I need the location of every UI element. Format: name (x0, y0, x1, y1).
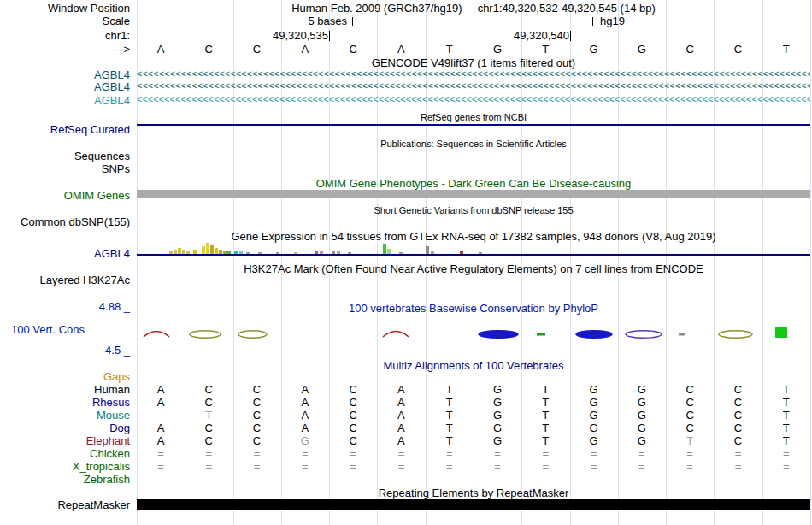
gtex-bar[interactable] (178, 248, 181, 254)
scale-value: 5 bases (137, 15, 347, 27)
base-letter: A (377, 43, 425, 56)
gtex-track-label[interactable]: AGBL4 (0, 247, 130, 260)
conservation-glyph (479, 331, 518, 338)
gtex-bar[interactable] (206, 243, 209, 254)
dbsnp-track-label[interactable]: Common dbSNP(155) (0, 215, 130, 228)
alignment-letter: C (666, 396, 714, 409)
multiz-species-label[interactable]: Rhesus (0, 396, 130, 409)
refseq-gene-line[interactable] (137, 124, 810, 126)
base-letter: C (185, 43, 232, 56)
repeatmasker-track-label[interactable]: RepeatMasker (0, 498, 130, 511)
alignment-letter: A (281, 383, 329, 396)
alignment-letter: G (570, 383, 618, 396)
conservation-glyph (719, 331, 752, 338)
gencode-transcript[interactable]: <<<<<<<<<<<<<<<<<<<<<<<<<<<<<<<<<<<<<<<<… (137, 80, 810, 91)
gencode-transcript[interactable]: <<<<<<<<<<<<<<<<<<<<<<<<<<<<<<<<<<<<<<<<… (137, 94, 810, 105)
alignment-letter: = (762, 447, 810, 460)
alignment-letter: = (281, 447, 329, 460)
alignment-letter: A (377, 396, 425, 409)
multiz-header: Multiz Alignments of 100 Vertebrates (137, 359, 810, 372)
base-letter: A (281, 43, 329, 56)
alignment-letter: T (426, 396, 474, 409)
strand-label: ---> (0, 43, 130, 56)
alignment-letter: C (185, 383, 232, 396)
alignment-letter: A (377, 383, 425, 396)
scale-bar (352, 17, 593, 26)
gtex-bar[interactable] (426, 246, 429, 254)
alignment-letter: T (521, 409, 569, 422)
base-letter: G (618, 43, 666, 56)
multiz-species-label[interactable]: Mouse (0, 409, 130, 422)
alignment-letter: G (474, 383, 521, 396)
alignment-letter: = (233, 460, 281, 473)
dbsnp-header: Short Genetic Variants from dbSNP releas… (137, 205, 810, 215)
conservation-glyph (383, 332, 409, 338)
omim-gene-bar[interactable] (137, 190, 810, 198)
alignment-letter: = (137, 460, 185, 473)
multiz-species-label[interactable]: Elephant (0, 434, 130, 447)
alignment-letter: = (618, 460, 666, 473)
base-letter: T (521, 43, 569, 56)
alignment-letter: A (137, 396, 185, 409)
phylop-track-label[interactable]: 100 Vert. Cons (11, 323, 85, 336)
scale-label: Scale (0, 15, 130, 27)
gtex-gene-line[interactable] (137, 254, 810, 256)
alignment-letter: A (281, 409, 329, 422)
coord-label-2: 49,320,540 (137, 29, 569, 42)
conservation-glyph (537, 333, 545, 336)
gencode-header: GENCODE V49lift37 (1 items filtered out) (137, 56, 810, 69)
phylop-conservation-track[interactable] (137, 320, 810, 349)
multiz-species-label[interactable]: Chicken (0, 447, 130, 460)
refseq-track-label[interactable]: RefSeq Curated (0, 123, 130, 136)
gtex-bar[interactable] (210, 245, 214, 254)
alignment-letter: G (474, 409, 521, 422)
multiz-species-label[interactable]: Gaps (0, 370, 130, 383)
base-letter: T (762, 43, 810, 56)
alignment-letter: T (426, 383, 474, 396)
alignment-letter: T (762, 409, 810, 422)
alignment-letter: C (329, 383, 377, 396)
gtex-bar[interactable] (383, 244, 386, 254)
alignment-letter: G (618, 396, 666, 409)
alignment-letter: C (666, 383, 714, 396)
base-letter: C (714, 43, 762, 56)
alignment-letter: A (137, 383, 185, 396)
alignment-letter: C (233, 409, 281, 422)
alignment-letter: A (137, 434, 185, 447)
sequences-track-label[interactable]: Sequences (0, 150, 130, 162)
alignment-letter: C (185, 434, 232, 447)
gencode-transcript-label[interactable]: AGBL4 (0, 68, 130, 81)
alignment-letter: G (618, 409, 666, 422)
alignment-letter: = (521, 460, 569, 473)
gencode-transcript[interactable]: <<<<<<<<<<<<<<<<<<<<<<<<<<<<<<<<<<<<<<<<… (137, 68, 810, 80)
snps-track-label[interactable]: SNPs (0, 162, 130, 175)
alignment-letter: A (377, 409, 425, 422)
alignment-letter: G (618, 383, 666, 396)
multiz-species-label[interactable]: Human (0, 383, 130, 396)
omim-track-label[interactable]: OMIM Genes (0, 189, 130, 202)
gtex-bar[interactable] (215, 248, 218, 254)
gencode-transcript-label[interactable]: AGBL4 (0, 80, 130, 93)
gtex-header: Gene Expression in 54 tissues from GTEx … (137, 230, 810, 243)
alignment-letter: = (762, 460, 810, 473)
publications-header: Publications: Sequences in Scientific Ar… (137, 139, 810, 149)
repeatmasker-bar[interactable] (137, 499, 810, 510)
gencode-transcript-label[interactable]: AGBL4 (0, 94, 130, 107)
gtex-bar[interactable] (202, 246, 205, 254)
alignment-letter: G (281, 434, 329, 447)
base-letter: G (570, 43, 618, 56)
alignment-letter: T (762, 434, 810, 447)
phylop-header: 100 vertebrates Basewise Conservation by… (137, 302, 810, 315)
alignment-letter: = (137, 447, 185, 460)
conservation-glyph (190, 331, 221, 338)
multiz-species-label[interactable]: Zebrafish (0, 473, 130, 486)
alignment-letter: C (714, 409, 762, 422)
alignment-letter: A (377, 422, 425, 434)
multiz-species-label[interactable]: Dog (0, 422, 130, 434)
h3k27ac-track-label[interactable]: Layered H3K27Ac (0, 274, 130, 286)
window-position-label: Window Position (0, 2, 130, 15)
alignment-letter: = (329, 460, 377, 473)
multiz-species-label[interactable]: X_tropicalis (0, 460, 130, 473)
alignment-letter: C (714, 383, 762, 396)
coord-tick (570, 31, 571, 41)
